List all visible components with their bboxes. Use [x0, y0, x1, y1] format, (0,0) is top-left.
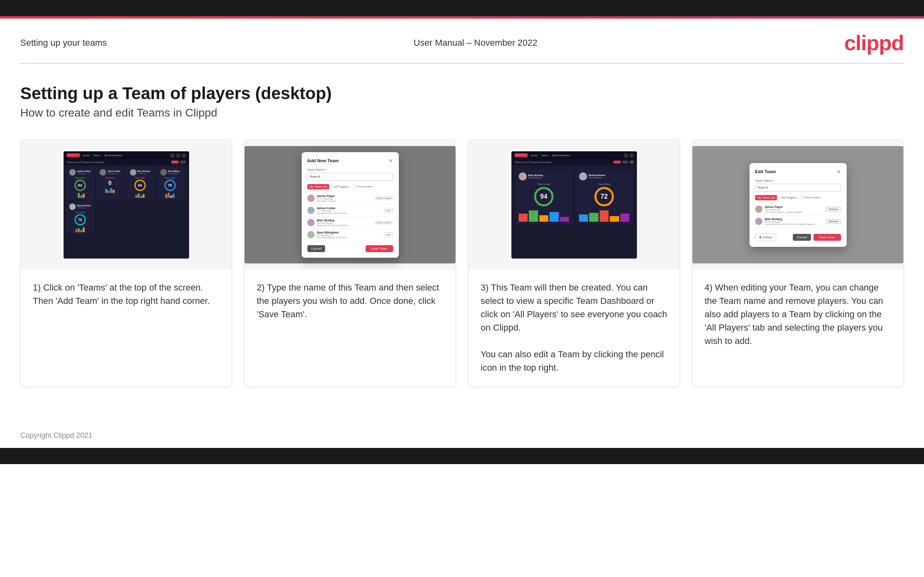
card-4: Edit Team ✕ Team Name * Team A My Team (…: [692, 140, 904, 387]
cancel-button[interactable]: Cancel: [307, 245, 326, 252]
modal-header: Add New Team ✕: [307, 158, 393, 164]
header-divider: [20, 63, 904, 64]
top-bar: [0, 0, 924, 16]
add-player-btn-3[interactable]: Add: [384, 232, 393, 237]
card-2: Add New Team ✕ Team Name * Team A My Tea…: [244, 140, 456, 387]
card-1-screenshot: Home Teams My Performance Finding 5 out …: [21, 140, 232, 269]
edit-modal-title: Edit Team: [755, 169, 776, 174]
modal-tabs: My Team (2) All Players Filter by name: [307, 184, 393, 189]
edit-modal-footer: 🗑 Delete Cancel Save Team: [755, 233, 841, 241]
edit-player-row-0: Adrian Player Plus Handicap The Shire Lo…: [755, 204, 841, 216]
tab-my-team[interactable]: My Team (2): [307, 184, 329, 189]
edit-modal-tabs: My Team (2) All Players Filter by name: [755, 195, 841, 200]
card-2-text: 2) Type the name of this Team and then s…: [245, 269, 456, 386]
page-subtitle: How to create and edit Teams in Clippd: [20, 106, 904, 119]
card-3: Home Teams My Performance Finding 2 out …: [468, 140, 680, 387]
cards-row: Home Teams My Performance Finding 5 out …: [20, 140, 904, 387]
remove-player-btn-0[interactable]: Remove: [826, 207, 841, 212]
edit-filter-by-name[interactable]: Filter by name: [801, 196, 821, 199]
clippd-logo: clippd: [844, 31, 904, 55]
team-name-input[interactable]: Team A: [307, 173, 393, 181]
modal-footer: Cancel Save Team: [307, 245, 393, 252]
player-row-1: Adrian Coliba 1.5 Handicap Central Londo…: [307, 205, 393, 217]
edit-tab-all-players[interactable]: All Players: [779, 195, 799, 200]
edit-team-name-input[interactable]: Team A: [755, 184, 841, 192]
bottom-bar: [0, 448, 924, 464]
edit-tab-my-team[interactable]: My Team (2): [755, 195, 777, 200]
page-title: Setting up a Team of players (desktop): [20, 84, 904, 103]
team-name-label: Team Name *: [307, 168, 393, 172]
close-icon-edit[interactable]: ✕: [837, 169, 841, 175]
tab-all-players[interactable]: All Players: [332, 184, 351, 189]
card-4-text: 4) When editing your Team, you can chang…: [692, 269, 903, 386]
edit-cancel-button[interactable]: Cancel: [793, 234, 811, 241]
edit-team-name-label: Team Name *: [755, 179, 841, 182]
delete-button[interactable]: 🗑 Delete: [755, 233, 776, 241]
edit-players-list: Adrian Player Plus Handicap The Shire Lo…: [755, 204, 841, 228]
player-row-0: Adrian Player Plus Handicap The Shire Lo…: [307, 193, 393, 205]
edit-team-modal-mockup: Edit Team ✕ Team Name * Team A My Team (…: [692, 146, 903, 263]
header-center-text: User Manual – November 2022: [414, 38, 538, 48]
copyright-text: Copyright Clippd 2021: [20, 431, 92, 439]
filter-by-name[interactable]: Filter by name: [353, 185, 373, 188]
card-3-text: 3) This Team will then be created. You c…: [468, 269, 679, 386]
header: Setting up your teams User Manual – Nove…: [0, 19, 924, 63]
footer: Copyright Clippd 2021: [0, 419, 924, 448]
add-team-modal-mockup: Add New Team ✕ Team Name * Team A My Tea…: [245, 146, 456, 263]
card-1-text: 1) Click on 'Teams' at the top of the sc…: [21, 269, 232, 386]
save-team-button[interactable]: Save Team: [366, 245, 393, 252]
card-3-screenshot: Home Teams My Performance Finding 2 out …: [468, 140, 679, 269]
player-row-2: Blair McHarg Plus Handicap Royal North D…: [307, 217, 393, 229]
card-1: Home Teams My Performance Finding 5 out …: [20, 140, 232, 387]
modal-title: Add New Team: [307, 158, 339, 163]
card-2-screenshot: Add New Team ✕ Team Name * Team A My Tea…: [245, 140, 456, 269]
trash-icon: 🗑: [759, 235, 762, 239]
close-icon[interactable]: ✕: [389, 158, 393, 164]
card-4-screenshot: Edit Team ✕ Team Name * Team A My Team (…: [692, 140, 903, 269]
edit-modal-box: Edit Team ✕ Team Name * Team A My Team (…: [749, 163, 847, 247]
add-player-btn-1[interactable]: Add: [384, 208, 393, 213]
player-row-3: Dave Billingham 3.5 Handicap The Ding Ma…: [307, 229, 393, 241]
remove-player-btn-1[interactable]: Remove: [826, 219, 841, 224]
save-team-button-edit[interactable]: Save Team: [813, 234, 841, 241]
modal-box: Add New Team ✕ Team Name * Team A My Tea…: [302, 152, 399, 258]
header-left-text: Setting up your teams: [20, 38, 107, 48]
page-content: Setting up a Team of players (desktop) H…: [0, 64, 924, 419]
edit-modal-header: Edit Team ✕: [755, 169, 841, 175]
edit-player-row-1: Blair McHarg Plus Handicap Royal North D…: [755, 216, 841, 228]
